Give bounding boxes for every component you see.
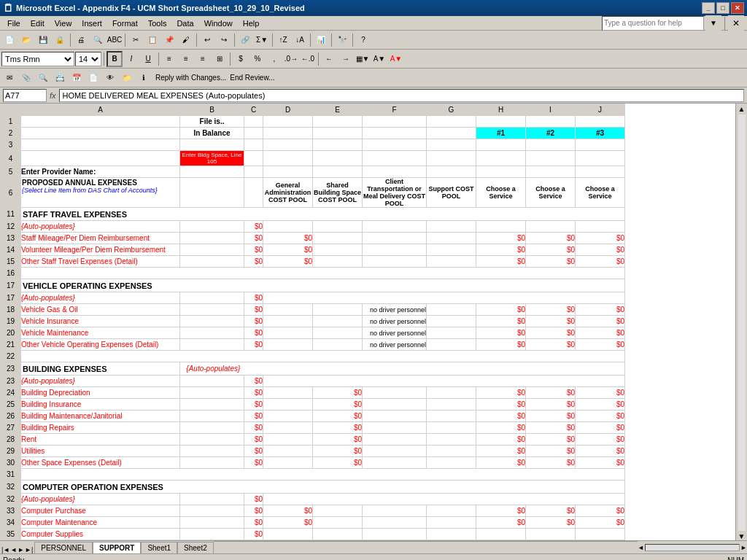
cell-D26[interactable] — [263, 411, 313, 422]
cell-C13[interactable]: $0 — [244, 233, 263, 244]
cell-H35[interactable] — [476, 529, 526, 540]
cell-F27[interactable] — [363, 422, 427, 434]
cell-G5[interactable] — [427, 166, 476, 178]
cell-H18[interactable]: $0 — [476, 304, 526, 316]
cell-A16[interactable] — [21, 268, 625, 279]
cell-J2[interactable]: #3 — [576, 128, 625, 139]
cell-J29[interactable]: $0 — [576, 446, 625, 457]
cell-A17[interactable]: {Auto-populates} — [21, 292, 180, 304]
cell-C6[interactable] — [244, 178, 263, 208]
cell-I4[interactable] — [526, 151, 576, 166]
cell-H25[interactable]: $0 — [476, 399, 526, 411]
cell-D30[interactable] — [263, 457, 313, 469]
cell-J25[interactable]: $0 — [576, 399, 625, 411]
bold-button[interactable]: B — [107, 51, 123, 67]
cell-D27[interactable] — [263, 422, 313, 434]
menu-data[interactable]: Data — [172, 18, 198, 29]
cell-D28[interactable] — [263, 434, 313, 446]
cell-F34[interactable] — [363, 517, 427, 529]
cell-D3[interactable] — [263, 139, 313, 151]
cell-G6[interactable]: Support COST POOL — [427, 178, 476, 208]
col-header-F[interactable]: F — [363, 104, 427, 116]
font-color-button[interactable]: A▼ — [388, 51, 404, 67]
cell-J3[interactable] — [576, 139, 625, 151]
cell-C14[interactable]: $0 — [244, 244, 263, 256]
cell-E6[interactable]: Shared Building Space COST POOL — [313, 178, 363, 208]
cell-C24[interactable]: $0 — [244, 387, 263, 399]
horizontal-scrollbar[interactable]: ◄ ► — [638, 541, 747, 553]
cell-I20[interactable]: $0 — [526, 327, 576, 339]
save-button[interactable]: 💾 — [35, 32, 51, 48]
cell-E21[interactable] — [313, 339, 363, 351]
cell-B14[interactable] — [180, 244, 244, 256]
cell-A30[interactable]: Other Space Expenses (Detail) — [21, 457, 180, 469]
cell-B12[interactable] — [180, 221, 244, 233]
cell-J1[interactable] — [576, 116, 625, 128]
print-button[interactable]: 🖨 — [73, 32, 89, 48]
tab-personnel[interactable]: PERSONNEL — [34, 542, 93, 553]
col-header-G[interactable]: G — [427, 104, 476, 116]
task-button[interactable]: 📅 — [69, 70, 85, 86]
cell-I35[interactable] — [526, 529, 576, 540]
cell-E19[interactable] — [313, 316, 363, 327]
cell-C26[interactable]: $0 — [244, 411, 263, 422]
cell-C23[interactable]: $0 — [244, 376, 263, 387]
cell-D2[interactable] — [263, 128, 313, 139]
cell-A18[interactable]: Vehicle Gas & Oil — [21, 304, 180, 316]
align-center-button[interactable]: ≡ — [178, 51, 194, 67]
cell-D12[interactable] — [263, 221, 313, 233]
attach-button[interactable]: 📎 — [18, 70, 34, 86]
cell-J5[interactable] — [576, 166, 625, 178]
doc-button[interactable]: 📄 — [85, 70, 101, 86]
cell-A24[interactable]: Building Depreciation — [21, 387, 180, 399]
cell-F19[interactable]: no driver personnel — [363, 316, 427, 327]
tab-sheet1[interactable]: Sheet1 — [141, 542, 177, 553]
cell-A31[interactable] — [21, 469, 625, 481]
cell-A34[interactable]: Computer Maintenance — [21, 517, 180, 529]
cell-F6[interactable]: Client Transportation or Meal Delivery C… — [363, 178, 427, 208]
cell-A35[interactable]: Computer Supplies — [21, 529, 180, 540]
help-input[interactable] — [602, 16, 704, 31]
hscroll-right[interactable]: ► — [740, 544, 747, 551]
cell-B18[interactable] — [180, 304, 244, 316]
cell-F30[interactable] — [363, 457, 427, 469]
cell-E1[interactable] — [313, 116, 363, 128]
cell-G18[interactable] — [427, 304, 476, 316]
size-select[interactable]: 14 — [75, 52, 101, 66]
cell-I3[interactable] — [526, 139, 576, 151]
cell-I12[interactable] — [526, 221, 576, 233]
cell-C32[interactable]: $0 — [244, 494, 263, 505]
cell-F5[interactable] — [363, 166, 427, 178]
cell-J20[interactable]: $0 — [576, 327, 625, 339]
cell-E3[interactable] — [313, 139, 363, 151]
cell-I30[interactable]: $0 — [526, 457, 576, 469]
cell-E34[interactable] — [313, 517, 363, 529]
menu-help[interactable]: Help — [239, 18, 264, 29]
cell-J24[interactable]: $0 — [576, 387, 625, 399]
underline-button[interactable]: U — [140, 51, 156, 67]
cell-F4[interactable] — [363, 151, 427, 166]
cell-C19[interactable]: $0 — [244, 316, 263, 327]
cell-D34[interactable]: $0 — [263, 517, 313, 529]
address-button[interactable]: 📇 — [52, 70, 68, 86]
cell-C12[interactable]: $0 — [244, 221, 263, 233]
cell-D35[interactable] — [263, 529, 313, 540]
cell-I24[interactable]: $0 — [526, 387, 576, 399]
cell-G13[interactable] — [427, 233, 476, 244]
cell-H19[interactable]: $0 — [476, 316, 526, 327]
cell-I33[interactable]: $0 — [526, 505, 576, 517]
cell-H12[interactable] — [476, 221, 526, 233]
cell-J21[interactable]: $0 — [576, 339, 625, 351]
cell-A19[interactable]: Vehicle Insurance — [21, 316, 180, 327]
cell-I6[interactable]: Choose a Service — [526, 178, 576, 208]
cell-G4[interactable] — [427, 151, 476, 166]
cell-D25[interactable] — [263, 399, 313, 411]
cell-H14[interactable]: $0 — [476, 244, 526, 256]
cell-J34[interactable]: $0 — [576, 517, 625, 529]
cell-B21[interactable] — [180, 339, 244, 351]
cell-C2[interactable] — [244, 128, 263, 139]
cell-J12[interactable] — [576, 221, 625, 233]
cell-H29[interactable]: $0 — [476, 446, 526, 457]
cell-B23[interactable] — [180, 376, 244, 387]
cell-H15[interactable]: $0 — [476, 256, 526, 268]
